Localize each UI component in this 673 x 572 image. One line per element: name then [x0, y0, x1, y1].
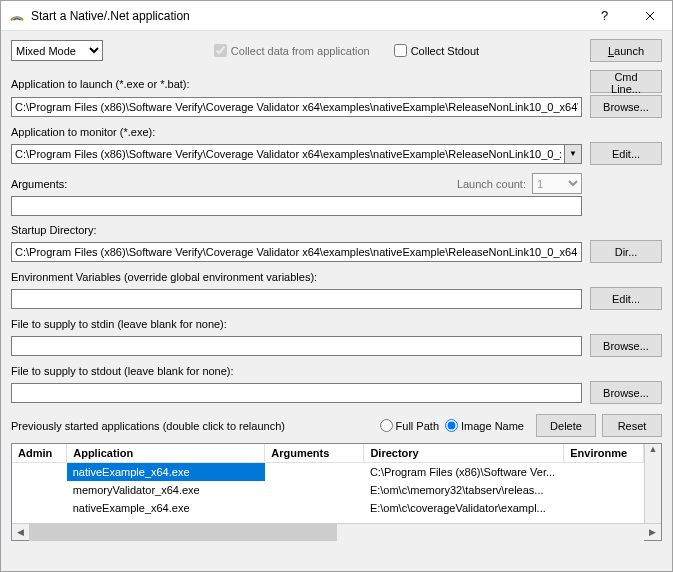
help-button[interactable]: ? — [582, 1, 627, 30]
app-monitor-label: Application to monitor (*.exe): — [11, 126, 662, 138]
titlebar: Start a Native/.Net application ? — [1, 1, 672, 31]
table-row[interactable]: nativeExample_x64.exeC:\Program Files (x… — [12, 463, 644, 482]
arguments-label: Arguments: — [11, 178, 457, 190]
image-name-radio[interactable]: Image Name — [445, 419, 524, 432]
arguments-input[interactable] — [11, 196, 582, 216]
stdout-label: File to supply to stdout (leave blank fo… — [11, 365, 662, 377]
browse-app-launch-button[interactable]: Browse... — [590, 95, 662, 118]
table-row[interactable]: memoryValidator_x64.exeE:\om\c\memory32\… — [12, 481, 644, 499]
table-row[interactable]: nativeExample_x64.exeE:\om\c\coverageVal… — [12, 499, 644, 517]
stdout-input[interactable] — [11, 383, 582, 403]
collect-stdout-checkbox[interactable]: Collect Stdout — [394, 44, 479, 57]
stdin-input[interactable] — [11, 336, 582, 356]
delete-button[interactable]: Delete — [536, 414, 596, 437]
app-icon — [9, 8, 25, 24]
edit-env-button[interactable]: Edit... — [590, 287, 662, 310]
dir-button[interactable]: Dir... — [590, 240, 662, 263]
launch-button[interactable]: Launch — [590, 39, 662, 62]
scroll-left-icon[interactable]: ◀ — [12, 524, 29, 541]
browse-stdout-button[interactable]: Browse... — [590, 381, 662, 404]
launch-count-label: Launch count: — [457, 178, 526, 190]
scroll-right-icon[interactable]: ▶ — [644, 524, 661, 541]
prev-apps-table[interactable]: Admin Application Arguments Directory En… — [11, 443, 662, 541]
close-button[interactable] — [627, 1, 672, 30]
col-arguments[interactable]: Arguments — [265, 444, 364, 463]
launch-count-select: 1 — [532, 173, 582, 194]
full-path-radio[interactable]: Full Path — [380, 419, 439, 432]
col-environment[interactable]: Environme — [564, 444, 644, 463]
browse-stdin-button[interactable]: Browse... — [590, 334, 662, 357]
cmd-line-button[interactable]: Cmd Line... — [590, 70, 662, 93]
col-admin[interactable]: Admin — [12, 444, 67, 463]
app-launch-label: Application to launch (*.exe or *.bat): — [11, 78, 582, 90]
env-vars-input[interactable] — [11, 289, 582, 309]
mode-select[interactable]: Mixed Mode — [11, 40, 103, 61]
prev-started-label: Previously started applications (double … — [11, 420, 285, 432]
scroll-up-icon[interactable]: ▲ — [645, 444, 662, 454]
window-title: Start a Native/.Net application — [31, 9, 582, 23]
stdin-label: File to supply to stdin (leave blank for… — [11, 318, 662, 330]
app-monitor-input[interactable] — [11, 144, 565, 164]
horizontal-scrollbar[interactable]: ◀ ▶ — [12, 523, 661, 540]
edit-monitor-button[interactable]: Edit... — [590, 142, 662, 165]
col-application[interactable]: Application — [67, 444, 265, 463]
app-launch-input[interactable] — [11, 97, 582, 117]
reset-button[interactable]: Reset — [602, 414, 662, 437]
env-vars-label: Environment Variables (override global e… — [11, 271, 662, 283]
startup-dir-label: Startup Directory: — [11, 224, 662, 236]
startup-dir-input[interactable] — [11, 242, 582, 262]
collect-data-checkbox: Collect data from application — [214, 44, 370, 57]
col-directory[interactable]: Directory — [364, 444, 564, 463]
app-monitor-dropdown[interactable]: ▼ — [565, 144, 582, 164]
